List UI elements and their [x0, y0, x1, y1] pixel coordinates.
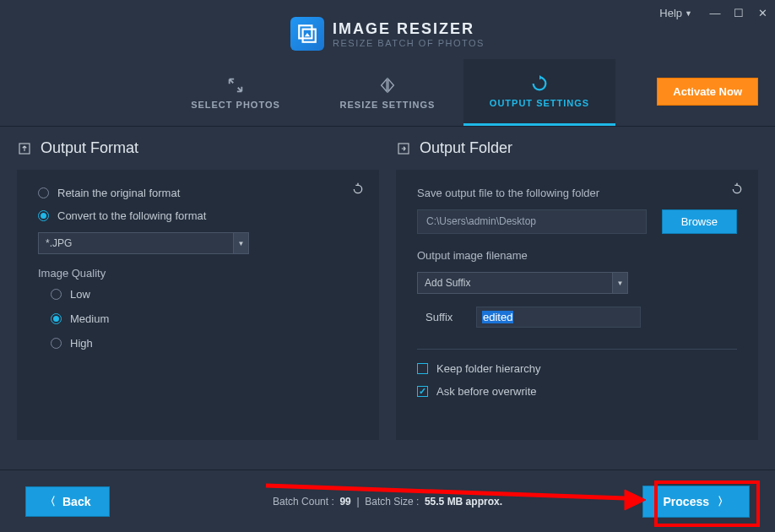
format-combo[interactable]: *.JPG ▼ — [38, 232, 249, 254]
reset-format-button[interactable] — [347, 178, 369, 200]
checkbox-icon — [417, 363, 428, 374]
radio-convert-format[interactable]: Convert to the following format — [38, 209, 358, 222]
output-filename-label: Output image filename — [417, 249, 737, 262]
refresh-icon — [530, 74, 549, 93]
app-logo-block: IMAGE RESIZER RESIZE BATCH OF PHOTOS — [290, 17, 485, 51]
chevron-down-icon: ▼ — [685, 9, 692, 18]
browse-button[interactable]: Browse — [662, 209, 737, 234]
suffix-input[interactable]: edited — [476, 307, 641, 328]
divider — [417, 349, 737, 350]
title-bar: IMAGE RESIZER RESIZE BATCH OF PHOTOS Hel… — [0, 0, 775, 59]
suffix-label: Suffix — [425, 311, 476, 323]
output-folder-panel: Output Folder Save output file to the fo… — [396, 139, 758, 440]
check-keep-hierarchy[interactable]: Keep folder hierarchy — [417, 362, 737, 375]
tab-resize-settings[interactable]: RESIZE SETTINGS — [312, 59, 463, 126]
chevron-right-icon: 〉 — [718, 494, 729, 509]
radio-quality-low[interactable]: Low — [51, 288, 358, 301]
app-title: IMAGE RESIZER — [333, 20, 485, 38]
radio-icon — [38, 210, 49, 221]
radio-quality-medium[interactable]: Medium — [51, 312, 358, 325]
tab-bar: SELECT PHOTOS RESIZE SETTINGS OUTPUT SET… — [0, 59, 775, 127]
checkbox-icon — [417, 386, 428, 397]
back-button[interactable]: 〈 Back — [25, 486, 110, 517]
close-button[interactable]: ✕ — [756, 7, 768, 19]
help-menu[interactable]: Help ▼ — [659, 7, 692, 19]
expand-icon — [226, 76, 245, 95]
folder-icon — [396, 141, 411, 156]
maximize-button[interactable]: ☐ — [733, 7, 745, 19]
radio-quality-high[interactable]: High — [51, 337, 358, 350]
check-ask-overwrite[interactable]: Ask before overwrite — [417, 385, 737, 398]
minimize-button[interactable]: — — [709, 7, 721, 19]
radio-retain-format[interactable]: Retain the original format — [38, 187, 358, 199]
tab-select-photos[interactable]: SELECT PHOTOS — [160, 59, 312, 126]
chevron-left-icon: 〈 — [45, 494, 56, 509]
radio-icon — [51, 313, 62, 324]
radio-icon — [38, 187, 49, 198]
app-subtitle: RESIZE BATCH OF PHOTOS — [333, 38, 485, 48]
app-logo-icon — [290, 17, 324, 51]
radio-icon — [51, 338, 62, 349]
output-folder-title: Output Folder — [396, 139, 758, 157]
filename-mode-combo[interactable]: Add Suffix ▼ — [417, 272, 628, 294]
undo-icon — [730, 182, 744, 196]
undo-icon — [351, 182, 365, 196]
chevron-down-icon[interactable]: ▼ — [234, 232, 249, 254]
footer-bar: 〈 Back Batch Count : 99 | Batch Size : 5… — [0, 470, 775, 532]
output-format-title: Output Format — [17, 139, 379, 157]
chevron-down-icon[interactable]: ▼ — [613, 272, 628, 294]
output-path-field[interactable]: C:\Users\admin\Desktop — [417, 209, 647, 234]
radio-icon — [51, 289, 62, 300]
save-folder-label: Save output file to the following folder — [417, 187, 737, 199]
output-format-panel: Output Format Retain the original format… — [17, 139, 379, 440]
reset-folder-button[interactable] — [726, 178, 748, 200]
tab-output-settings[interactable]: OUTPUT SETTINGS — [463, 59, 615, 126]
flip-icon — [378, 76, 397, 95]
activate-now-button[interactable]: Activate Now — [657, 78, 758, 106]
image-quality-label: Image Quality — [38, 267, 358, 280]
process-button[interactable]: Process 〉 — [642, 486, 750, 518]
export-icon — [17, 141, 32, 156]
batch-info: Batch Count : 99 | Batch Size : 55.5 MB … — [273, 496, 502, 508]
